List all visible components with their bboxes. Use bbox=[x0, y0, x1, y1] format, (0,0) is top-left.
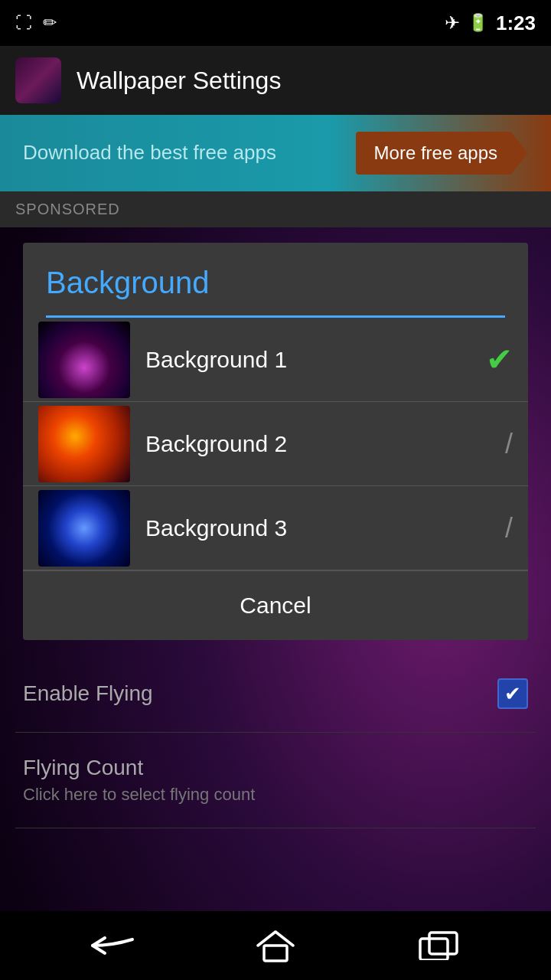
app-icon bbox=[15, 57, 61, 103]
enable-flying-row[interactable]: Enable Flying ✔ bbox=[15, 655, 536, 733]
page-title: Wallpaper Settings bbox=[77, 67, 281, 95]
barcode-icon: ✏ bbox=[43, 13, 57, 33]
status-time: 1:23 bbox=[496, 11, 536, 35]
status-right-icons: ✈ 🔋 1:23 bbox=[445, 11, 536, 35]
status-left-icons: ⛶ ✏ bbox=[15, 13, 57, 33]
more-free-apps-button[interactable]: More free apps bbox=[356, 132, 528, 175]
flying-count-row[interactable]: Flying Count Click here to select flying… bbox=[15, 733, 536, 828]
navigation-bar bbox=[0, 911, 551, 980]
back-button[interactable] bbox=[82, 923, 143, 969]
sponsored-label: SPONSORED bbox=[15, 201, 120, 217]
cancel-button[interactable]: Cancel bbox=[23, 570, 528, 640]
background-thumbnail-3 bbox=[38, 490, 130, 567]
background-thumbnail-2 bbox=[38, 406, 130, 482]
enable-flying-checkbox[interactable]: ✔ bbox=[497, 678, 528, 709]
image-icon: ⛶ bbox=[15, 13, 32, 33]
enable-flying-label: Enable Flying bbox=[23, 681, 153, 706]
selected-check-icon: ✔ bbox=[486, 341, 513, 378]
background-item-1[interactable]: Background 1 ✔ bbox=[23, 318, 528, 402]
home-button[interactable] bbox=[245, 923, 306, 969]
ad-text: Download the best free apps bbox=[23, 140, 341, 166]
recents-button[interactable] bbox=[408, 923, 469, 969]
background-item-2[interactable]: Background 2 / bbox=[23, 402, 528, 486]
svg-rect-0 bbox=[264, 946, 287, 961]
background-item-label-2: Background 2 bbox=[145, 431, 490, 457]
svg-rect-1 bbox=[429, 933, 457, 954]
background-dialog: Background Background 1 ✔ Background 2 /… bbox=[23, 243, 528, 640]
svg-rect-2 bbox=[420, 939, 448, 960]
dialog-container: Background Background 1 ✔ Background 2 /… bbox=[0, 227, 551, 655]
unselected-slash-icon-3: / bbox=[505, 512, 513, 544]
flying-count-text-group: Flying Count Click here to select flying… bbox=[23, 756, 255, 805]
checkbox-check-icon: ✔ bbox=[504, 682, 521, 706]
title-bar: Wallpaper Settings bbox=[0, 46, 551, 115]
background-item-3[interactable]: Background 3 / bbox=[23, 486, 528, 570]
ad-banner[interactable]: Download the best free apps More free ap… bbox=[0, 115, 551, 191]
flying-count-sublabel: Click here to select flying count bbox=[23, 785, 255, 805]
sponsored-bar: SPONSORED bbox=[0, 191, 551, 227]
airplane-icon: ✈ bbox=[445, 12, 460, 34]
settings-area: Enable Flying ✔ Flying Count Click here … bbox=[0, 655, 551, 828]
flying-count-label: Flying Count bbox=[23, 756, 255, 780]
background-thumbnail-1 bbox=[38, 322, 130, 398]
unselected-slash-icon-2: / bbox=[505, 428, 513, 460]
background-item-label-3: Background 3 bbox=[145, 515, 490, 541]
battery-icon: 🔋 bbox=[468, 13, 488, 33]
status-bar: ⛶ ✏ ✈ 🔋 1:23 bbox=[0, 0, 551, 46]
dialog-title: Background bbox=[23, 243, 528, 315]
background-item-label-1: Background 1 bbox=[145, 347, 471, 373]
